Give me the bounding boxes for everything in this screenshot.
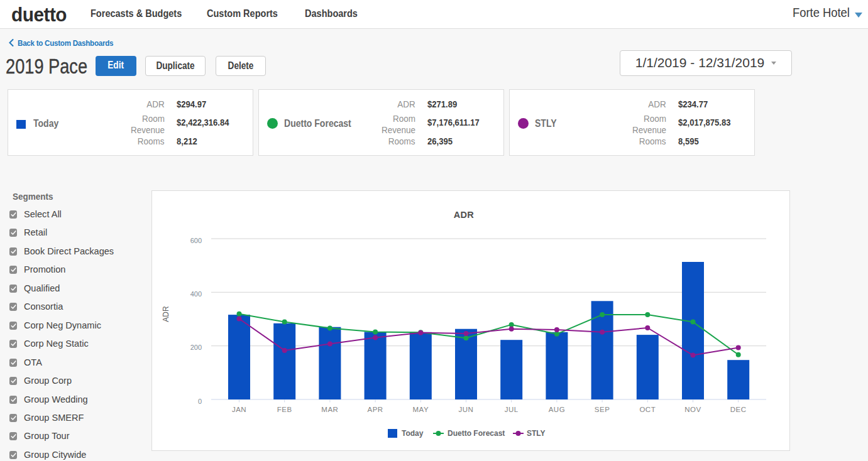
svg-text:APR: APR xyxy=(368,406,383,413)
svg-text:Duetto Forecast: Duetto Forecast xyxy=(448,429,505,438)
svg-text:MAY: MAY xyxy=(413,406,429,413)
svg-text:ADR: ADR xyxy=(454,210,475,220)
svg-text:MAR: MAR xyxy=(321,406,338,413)
svg-text:JUN: JUN xyxy=(459,406,474,413)
svg-text:0: 0 xyxy=(198,398,202,405)
svg-text:SEP: SEP xyxy=(595,406,610,413)
svg-text:OCT: OCT xyxy=(639,406,656,413)
svg-text:600: 600 xyxy=(190,237,202,244)
svg-text:Today: Today xyxy=(402,429,424,438)
svg-text:FEB: FEB xyxy=(277,406,292,413)
svg-text:AUG: AUG xyxy=(549,406,565,413)
svg-text:DEC: DEC xyxy=(730,406,747,413)
svg-text:ADR: ADR xyxy=(162,306,170,322)
svg-text:400: 400 xyxy=(190,290,202,298)
svg-text:NOV: NOV xyxy=(684,406,701,413)
svg-text:STLY: STLY xyxy=(527,429,546,438)
svg-text:JAN: JAN xyxy=(232,406,246,413)
svg-text:JUL: JUL xyxy=(505,406,519,413)
svg-text:200: 200 xyxy=(190,344,202,351)
